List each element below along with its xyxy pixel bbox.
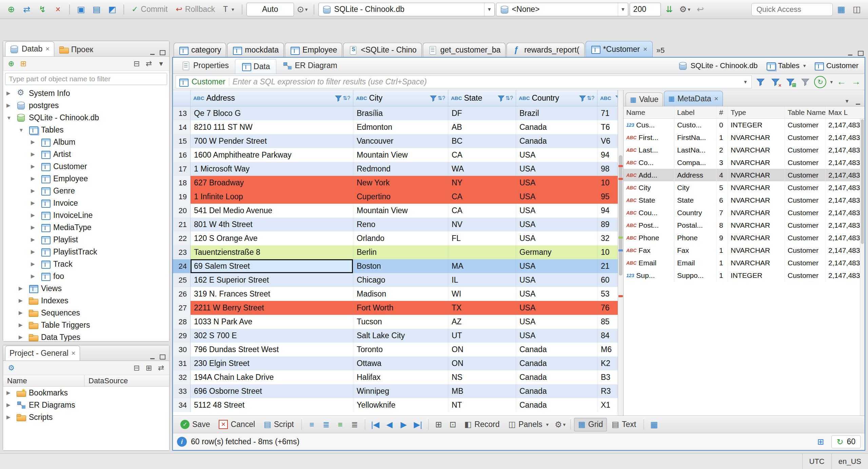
cell-country[interactable]: USA [516,190,597,204]
cell-postalcode[interactable]: 10 [597,245,618,259]
cell-country[interactable]: USA [516,162,597,176]
connect-icon[interactable]: ↯ [35,2,50,17]
cell-city[interactable]: New York [353,176,448,190]
editor-subtab[interactable]: Data [235,59,277,74]
expand-arrow-icon[interactable]: ▶ [31,139,38,145]
minimize-button[interactable] [845,49,855,57]
commit-button[interactable]: ✓ Commit [128,2,171,17]
editor-tab[interactable]: get_customer_ba [423,43,506,57]
row-number[interactable]: 13 [173,106,191,120]
transaction-log-button[interactable]: ⊙ ▾ [295,2,310,17]
project-settings-icon[interactable]: ⚙ [5,362,17,374]
cell-country[interactable]: Canada [516,134,597,148]
row-number[interactable]: 34 [173,398,191,412]
cell-city[interactable]: Cupertino [353,190,448,204]
cell-state[interactable]: NT [448,398,516,412]
column-header-type[interactable]: Type [728,106,785,118]
editor-tab[interactable]: ƒ rewards_report( [507,43,584,57]
row-number[interactable]: 27 [173,301,191,315]
table-row[interactable]: 18 627 Broadway New York NY USA 10 [173,176,618,190]
cancel-button[interactable]: ✕ Cancel [215,418,259,431]
table-row[interactable]: 27 2211 W Berry Street Fort Worth TX USA… [173,301,618,315]
new-connection-icon[interactable]: ⊕ [4,2,18,17]
expand-arrow-icon[interactable]: ▶ [6,402,13,408]
tree-item[interactable]: ▶ Table Triggers [3,319,169,331]
cell-postalcode[interactable]: 21 [597,259,618,273]
table-row[interactable]: 16 1600 Amphitheatre Parkway Mountain Vi… [173,148,618,162]
metadata-row[interactable]: 123Sup... Suppo... 1 INTEGER Customer 2,… [624,269,865,282]
editor-tab[interactable]: Employee [285,43,342,57]
sort-icon[interactable]: ⇅? [343,95,350,101]
cell-postalcode[interactable]: B3 [597,370,618,384]
cell-postalcode[interactable]: 71 [597,106,618,120]
cell-country[interactable]: Canada [516,343,597,356]
record-mode-button[interactable]: ◧ Record [460,418,504,431]
cell-city[interactable]: Chicago [353,273,448,287]
close-icon[interactable]: ✕ [71,350,76,356]
table-row[interactable]: 17 1 Microsoft Way Redmond WA USA 98 [173,162,618,176]
cell-address[interactable]: 5112 48 Street [191,398,353,412]
row-number[interactable]: 32 [173,370,191,384]
cell-country[interactable]: Canada [516,370,597,384]
cell-country[interactable]: USA [516,259,597,273]
cell-address[interactable]: 1 Microsoft Way [191,162,353,176]
cell-postalcode[interactable]: X1 [597,398,618,412]
cell-address[interactable]: 194A Chain Lake Drive [191,370,353,384]
expand-arrow-icon[interactable]: ▼ [19,127,25,133]
row-number[interactable]: 29 [173,329,191,343]
cell-state[interactable]: UT [448,329,516,343]
expand-arrow-icon[interactable]: ▶ [6,90,13,96]
rollback-button[interactable]: ↩ Rollback [173,2,219,17]
collapse-all-icon[interactable]: ⊟ [131,58,143,70]
metadata-row[interactable]: 123Cus... Custo... 0 INTEGER Customer 2,… [624,119,865,131]
expand-arrow-icon[interactable]: ▶ [31,249,38,255]
sql-filter-input[interactable]: Customer Enter a SQL expression to filte… [176,76,752,88]
save-filter-icon[interactable]: ⊞ [784,76,796,88]
cell-city[interactable]: Madison [353,287,448,301]
tree-item[interactable]: ▶ Customer [3,160,169,172]
row-number[interactable]: 26 [173,287,191,301]
column-header[interactable]: ABC State ⇅? [448,90,516,106]
insert-row-icon[interactable]: ≡ [334,418,347,431]
cell-state[interactable] [448,245,516,259]
cell-state[interactable]: ON [448,343,516,356]
row-number[interactable]: 31 [173,356,191,370]
expand-arrow-icon[interactable]: ▶ [6,390,13,396]
cell-address[interactable]: Qe 7 Bloco G [191,106,353,120]
tree-item[interactable]: ▶ Employee [3,172,169,185]
row-number[interactable]: 17 [173,162,191,176]
cell-address[interactable]: 796 Dundas Street West [191,343,353,356]
column-header[interactable]: ABC City ⇅? [353,90,448,106]
cell-postalcode[interactable]: 98 [597,162,618,176]
expand-arrow-icon[interactable]: ▶ [6,414,13,420]
metadata-row[interactable]: ABCCou... Country 7 NVARCHAR Customer 2,… [624,206,865,219]
nav-back-icon[interactable]: ↩ [693,2,708,17]
tree-item[interactable]: ▶ Album [3,136,169,148]
cell-state[interactable]: WA [448,162,516,176]
cell-state[interactable]: TX [448,301,516,315]
previous-result-icon[interactable]: ← [835,77,847,87]
metadata-row[interactable]: ABCLast... LastNa... 2 NVARCHAR Customer… [624,144,865,156]
row-number[interactable]: 22 [173,231,191,245]
table-row[interactable]: 15 700 W Pender Street Vancouver BC Cana… [173,134,618,148]
tree-item[interactable]: ▼ Tables [3,124,169,136]
cell-country[interactable]: USA [516,301,597,315]
cell-address[interactable]: Tauentzienstraße 8 [191,245,353,259]
editor-tab[interactable]: *Customer ✕ [586,41,653,57]
tab-overflow-indicator[interactable]: »5 [654,46,667,57]
next-result-icon[interactable]: → [850,77,862,87]
cell-address[interactable]: 1033 N Park Ave [191,315,353,329]
tree-item[interactable]: ▶ Genre [3,185,169,197]
refresh-menu-caret[interactable]: ▾ [830,79,833,85]
first-row-button[interactable]: |◀ [369,418,382,431]
tab-metadata[interactable]: ▦ MetaData ✕ [664,91,723,106]
expand-arrow-icon[interactable]: ▶ [31,224,38,230]
cell-postalcode[interactable]: 53 [597,287,618,301]
cell-city[interactable]: Fort Worth [353,301,448,315]
disconnect-icon[interactable]: × [51,2,65,17]
toolbar-spacer[interactable] [17,362,131,374]
cell-address[interactable]: 120 S Orange Ave [191,231,353,245]
cell-country[interactable]: Canada [516,384,597,398]
delete-row-icon[interactable]: ≣ [348,418,361,431]
expand-arrow-icon[interactable]: ▶ [31,176,38,182]
